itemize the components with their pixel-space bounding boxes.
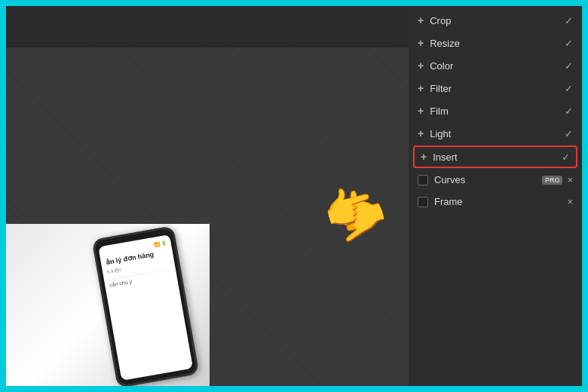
- film-plus-icon: +: [418, 105, 424, 117]
- resize-check-icon: ✓: [565, 38, 573, 49]
- right-panel: + Crop ✓ + Resize ✓ + Color ✓ + Filter ✓…: [409, 6, 582, 386]
- film-label: Film: [430, 106, 565, 117]
- light-label: Light: [430, 128, 565, 139]
- panel-item-crop[interactable]: + Crop ✓: [409, 9, 582, 32]
- color-label: Color: [430, 60, 565, 72]
- frame-label: Frame: [434, 196, 567, 207]
- canvas-area: 📶🔋 ản lý đơn hàng s kiện cần chú ý 🤙 👉: [6, 6, 409, 386]
- filter-plus-icon: +: [418, 82, 424, 94]
- curves-x-icon: ×: [567, 174, 573, 185]
- insert-check-icon: ✓: [562, 152, 570, 163]
- top-bar: [6, 6, 409, 47]
- main-window: 📶🔋 ản lý đơn hàng s kiện cần chú ý 🤙 👉 +…: [6, 6, 582, 386]
- crop-plus-icon: +: [418, 14, 424, 26]
- phone-screen: 📶🔋 ản lý đơn hàng s kiện cần chú ý: [98, 234, 193, 381]
- curves-label: Curves: [434, 174, 542, 185]
- panel-item-insert[interactable]: + Insert ✓: [413, 145, 577, 168]
- image-inner: 📶🔋 ản lý đơn hàng s kiện cần chú ý: [6, 224, 210, 386]
- resize-label: Resize: [430, 38, 565, 49]
- crop-check-icon: ✓: [565, 15, 573, 26]
- light-plus-icon: +: [418, 127, 424, 139]
- image-preview: 📶🔋 ản lý đơn hàng s kiện cần chú ý: [6, 224, 210, 386]
- curves-pro-badge: PRO: [542, 176, 563, 185]
- color-check-icon: ✓: [565, 60, 573, 72]
- panel-item-resize[interactable]: + Resize ✓: [409, 32, 582, 54]
- crop-label: Crop: [430, 15, 565, 26]
- insert-label: Insert: [433, 152, 562, 163]
- panel-item-frame[interactable]: Frame ×: [409, 191, 582, 213]
- light-check-icon: ✓: [565, 128, 573, 139]
- insert-plus-icon: +: [421, 151, 427, 163]
- panel-item-film[interactable]: + Film ✓: [409, 100, 582, 122]
- panel-item-curves[interactable]: Curves PRO ×: [409, 169, 582, 191]
- phone-mockup: 📶🔋 ản lý đơn hàng s kiện cần chú ý: [91, 225, 199, 386]
- filter-label: Filter: [430, 83, 565, 94]
- curves-checkbox[interactable]: [418, 175, 428, 185]
- frame-checkbox[interactable]: [418, 197, 428, 207]
- panel-item-light[interactable]: + Light ✓: [409, 122, 582, 145]
- frame-x-icon: ×: [567, 196, 573, 207]
- panel-item-filter[interactable]: + Filter ✓: [409, 77, 582, 100]
- resize-plus-icon: +: [418, 37, 424, 49]
- filter-check-icon: ✓: [565, 83, 573, 94]
- color-plus-icon: +: [418, 60, 424, 72]
- panel-item-color[interactable]: + Color ✓: [409, 54, 582, 77]
- film-check-icon: ✓: [565, 106, 573, 117]
